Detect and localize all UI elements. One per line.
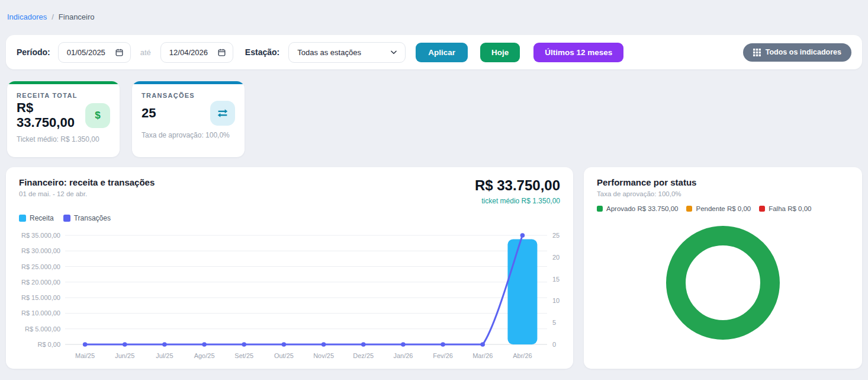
- charts-row: Financeiro: receita e transações 01 de m…: [6, 167, 862, 369]
- station-select-value: Todas as estações: [297, 48, 361, 57]
- station-label: Estação:: [245, 47, 279, 57]
- today-button[interactable]: Hoje: [480, 43, 520, 62]
- svg-text:R$ 10.000,00: R$ 10.000,00: [21, 309, 60, 317]
- status-chart-card: Performance por status Taxa de aprovação…: [584, 167, 862, 369]
- legend-item-receita[interactable]: Receita: [19, 214, 54, 222]
- revenue-total-card: RECEITA TOTAL R$ 33.750,00 $ Ticket médi…: [7, 81, 120, 157]
- legend-swatch-transacoes: [63, 215, 70, 222]
- period-label: Período:: [17, 47, 50, 57]
- dollar-glyph: $: [95, 110, 100, 122]
- revenue-card-subtitle: Ticket médio: R$ 1.350,00: [17, 135, 110, 143]
- svg-text:5: 5: [552, 319, 556, 326]
- status-donut-chart: [597, 216, 849, 356]
- svg-text:Abr/26: Abr/26: [513, 352, 532, 359]
- legend-swatch-falha: [759, 206, 765, 212]
- date-to-value: 12/04/2026: [169, 48, 208, 57]
- svg-text:R$ 5.000,00: R$ 5.000,00: [25, 325, 60, 333]
- legend-label-aprovado: Aprovado R$ 33.750,00: [606, 205, 678, 212]
- calendar-icon[interactable]: [217, 48, 226, 57]
- all-indicators-label: Todos os indicadores: [766, 48, 841, 56]
- transactions-card-subtitle: Taxa de aprovação: 100,0%: [142, 131, 235, 139]
- transactions-card-value: 25: [142, 106, 156, 121]
- svg-text:R$ 35.000,00: R$ 35.000,00: [21, 232, 60, 239]
- svg-text:20: 20: [552, 254, 560, 261]
- legend-item-transacoes[interactable]: Transações: [63, 214, 111, 222]
- legend-swatch-pendente: [686, 206, 692, 212]
- svg-text:R$ 25.000,00: R$ 25.000,00: [21, 263, 60, 270]
- breadcrumb: Indicadores / Financeiro: [6, 0, 862, 35]
- svg-text:Out/25: Out/25: [274, 352, 294, 359]
- svg-text:R$ 15.000,00: R$ 15.000,00: [21, 294, 60, 301]
- financial-chart-card: Financeiro: receita e transações 01 de m…: [6, 167, 573, 369]
- svg-text:0: 0: [552, 341, 556, 348]
- legend-label-pendente: Pendente R$ 0,00: [696, 205, 751, 212]
- breadcrumb-current: Financeiro: [59, 12, 95, 21]
- svg-text:Mar/26: Mar/26: [472, 352, 493, 359]
- svg-text:Nov/25: Nov/25: [313, 352, 334, 359]
- legend-item-falha[interactable]: Falha R$ 0,00: [759, 205, 811, 212]
- svg-text:Dez/25: Dez/25: [353, 352, 374, 359]
- legend-label-receita: Receita: [30, 214, 54, 222]
- svg-text:25: 25: [552, 232, 560, 239]
- dollar-icon: $: [85, 103, 110, 128]
- svg-text:15: 15: [552, 276, 560, 283]
- legend-label-transacoes: Transações: [74, 214, 111, 222]
- legend-swatch-aprovado: [597, 206, 603, 212]
- legend-label-falha: Falha R$ 0,00: [769, 205, 811, 212]
- stat-cards-row: RECEITA TOTAL R$ 33.750,00 $ Ticket médi…: [7, 81, 861, 157]
- svg-text:Set/25: Set/25: [234, 352, 253, 359]
- apply-button[interactable]: Aplicar: [416, 43, 468, 62]
- status-chart-title: Performance por status: [597, 177, 849, 187]
- dashboard-page: Indicadores / Financeiro Período: 01/05/…: [0, 0, 868, 369]
- financial-chart-title: Financeiro: receita e transações: [19, 177, 155, 187]
- last-12-months-button[interactable]: Últimos 12 meses: [533, 43, 623, 62]
- svg-text:Jul/25: Jul/25: [156, 352, 173, 359]
- legend-swatch-receita: [19, 215, 26, 222]
- financial-chart-legend: Receita Transações: [19, 214, 560, 222]
- revenue-card-value: R$ 33.750,00: [17, 101, 84, 130]
- breadcrumb-link-indicadores[interactable]: Indicadores: [7, 12, 47, 21]
- svg-text:Jan/26: Jan/26: [393, 352, 413, 359]
- svg-text:Ago/25: Ago/25: [194, 352, 215, 359]
- filter-bar: Período: 01/05/2025 até 12/04/2026 Estaç…: [6, 35, 862, 69]
- status-chart-subtitle: Taxa de aprovação: 100,0%: [597, 190, 849, 197]
- svg-text:10: 10: [552, 297, 560, 304]
- status-chart-legend: Aprovado R$ 33.750,00 Pendente R$ 0,00 F…: [597, 205, 849, 212]
- financial-chart-subtitle: 01 de mai. - 12 de abr.: [19, 190, 155, 197]
- swap-arrows-icon: [210, 101, 235, 126]
- combo-bar-line-chart: R$ 35.000,00R$ 30.000,00R$ 25.000,00R$ 2…: [19, 226, 560, 362]
- calendar-icon[interactable]: [115, 48, 124, 57]
- chevron-down-icon: [390, 48, 398, 56]
- financial-chart-ticket-caption: ticket médio R$ 1.350,00: [475, 197, 560, 205]
- date-to-input[interactable]: 12/04/2026: [160, 42, 233, 63]
- grid-icon: [753, 49, 761, 56]
- all-indicators-button[interactable]: Todos os indicadores: [743, 43, 851, 62]
- svg-text:R$ 30.000,00: R$ 30.000,00: [21, 247, 60, 254]
- revenue-card-title: RECEITA TOTAL: [17, 92, 110, 99]
- svg-text:Fev/26: Fev/26: [433, 352, 453, 359]
- station-select[interactable]: Todas as estações: [288, 42, 406, 63]
- transactions-card: TRANSAÇÕES 25 Taxa de aprovação: 100,0%: [132, 81, 245, 157]
- date-from-input[interactable]: 01/05/2025: [58, 42, 131, 63]
- until-label: até: [140, 48, 151, 57]
- financial-chart-total: R$ 33.750,00: [475, 177, 560, 194]
- breadcrumb-separator: /: [52, 12, 54, 21]
- svg-text:Jun/25: Jun/25: [115, 352, 134, 359]
- legend-item-aprovado[interactable]: Aprovado R$ 33.750,00: [597, 205, 678, 212]
- date-from-value: 01/05/2025: [67, 48, 105, 57]
- svg-text:R$ 20.000,00: R$ 20.000,00: [21, 279, 60, 286]
- transactions-card-title: TRANSAÇÕES: [142, 92, 235, 99]
- legend-item-pendente[interactable]: Pendente R$ 0,00: [686, 205, 751, 212]
- svg-text:Mai/25: Mai/25: [75, 352, 95, 359]
- svg-text:R$ 0,00: R$ 0,00: [37, 341, 60, 348]
